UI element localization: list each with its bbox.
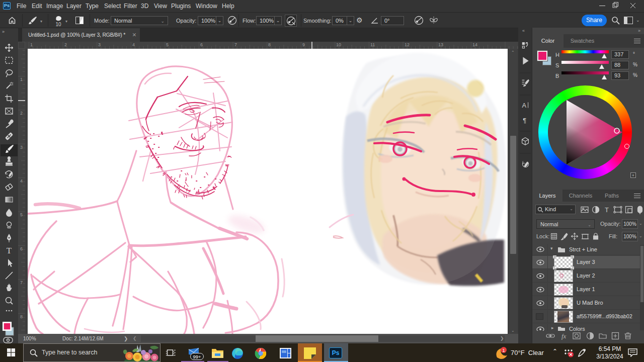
- svg-text:11: 11: [370, 42, 375, 47]
- svg-text:8: 8: [268, 42, 271, 47]
- svg-text:9: 9: [302, 42, 305, 47]
- svg-text:6: 6: [20, 246, 23, 251]
- svg-text:fx: fx: [561, 332, 567, 340]
- svg-text:3: 3: [98, 42, 101, 47]
- svg-text:A: A: [522, 102, 527, 109]
- svg-text:1: 1: [20, 77, 23, 82]
- svg-text:4: 4: [132, 42, 135, 47]
- svg-text:5: 5: [166, 42, 169, 47]
- svg-text:3: 3: [20, 145, 23, 150]
- svg-text:1: 1: [502, 348, 505, 353]
- svg-text:2: 2: [64, 42, 67, 47]
- svg-text:12: 12: [405, 42, 410, 47]
- svg-text:6: 6: [200, 42, 203, 47]
- svg-text:5: 5: [20, 212, 23, 217]
- svg-text:1: 1: [30, 42, 33, 47]
- svg-text:13: 13: [438, 42, 443, 47]
- svg-text:2: 2: [20, 111, 23, 116]
- svg-text:T: T: [605, 206, 609, 214]
- svg-text:¶: ¶: [523, 117, 526, 124]
- svg-text:4: 4: [20, 178, 23, 184]
- svg-text:T: T: [7, 246, 12, 255]
- svg-text:10: 10: [336, 42, 341, 47]
- svg-text:7: 7: [234, 42, 237, 47]
- svg-text:8: 8: [20, 314, 23, 319]
- svg-text:14: 14: [472, 42, 477, 47]
- svg-text:7: 7: [20, 280, 23, 285]
